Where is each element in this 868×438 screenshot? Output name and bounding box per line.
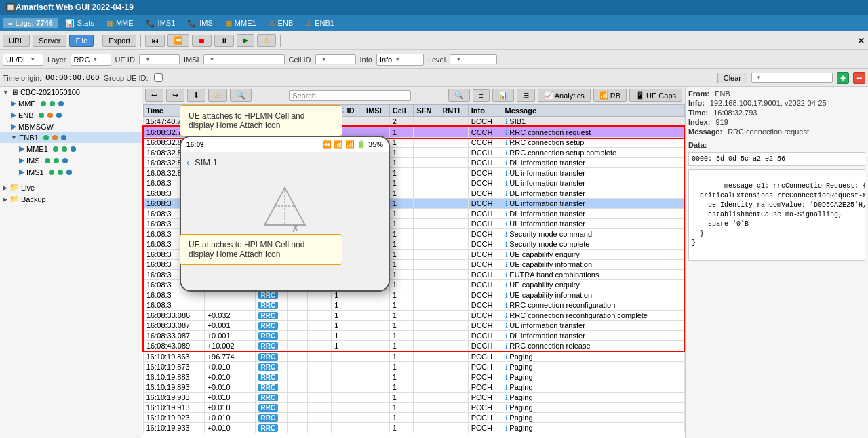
- tree-root[interactable]: ▼ 🖥 CBC-2021050100: [0, 87, 142, 98]
- info-dropdown[interactable]: Info: [376, 54, 424, 66]
- pause-button[interactable]: ⏸: [214, 35, 234, 47]
- td-info: DCCH: [468, 219, 502, 229]
- tree-live[interactable]: ▶ 📁 Live: [0, 182, 142, 193]
- info-circle-icon: ℹ: [505, 231, 510, 238]
- table-row[interactable]: 16:08:33.086+0.032RRC11DCCHℹ RRC connect…: [143, 311, 684, 321]
- tab-logs[interactable]: ≡ Logs: 7746: [3, 18, 58, 28]
- search-input[interactable]: [289, 90, 411, 101]
- remove-filter-button[interactable]: −: [853, 72, 865, 84]
- table-row[interactable]: 16:08:33.087+0.001RRC11DCCHℹ UL informat…: [143, 321, 684, 331]
- rb-button[interactable]: 📶 RB: [593, 89, 627, 102]
- nav-back-button[interactable]: ↩: [145, 89, 163, 102]
- td-message: ℹ DL information transfer: [502, 158, 684, 168]
- td-ran: RRC: [255, 341, 287, 352]
- info-circle-icon: ℹ: [505, 139, 510, 146]
- analytics-button[interactable]: 📈 Analytics: [538, 89, 591, 102]
- td-ueid: 1: [332, 331, 363, 341]
- td-sfn: [414, 260, 439, 270]
- file-button[interactable]: File: [69, 35, 94, 47]
- nav-fwd-button[interactable]: ↪: [166, 89, 184, 102]
- td-info: DCCH: [468, 168, 502, 178]
- tree-mme[interactable]: ▶ MME: [0, 98, 142, 109]
- ue-id-dropdown[interactable]: [139, 54, 180, 64]
- td-sfn: [414, 300, 439, 311]
- grid-btn[interactable]: ⊞: [517, 89, 535, 102]
- td-rnti: [439, 239, 468, 250]
- tree-backup[interactable]: ▶ 📁 Backup: [0, 193, 142, 205]
- warn-btn[interactable]: ⚠: [257, 34, 276, 47]
- td-time: 16:10:19.873: [143, 362, 204, 372]
- td-message: ℹ Paging: [502, 413, 684, 423]
- tab-mme1[interactable]: ▦ MME1: [220, 18, 262, 29]
- table-row[interactable]: 16:10:19.903+0.010RRC1PCCHℹ Paging: [143, 393, 684, 403]
- close-icon-x[interactable]: ✕: [857, 35, 865, 46]
- nav-down-button[interactable]: ⬇: [187, 89, 205, 102]
- ue-caps-button[interactable]: 📱 UE Caps: [629, 89, 682, 102]
- cell-id-dropdown[interactable]: [315, 54, 356, 64]
- table-row[interactable]: 16:08:33.087+0.001RRC11DCCHℹ DL informat…: [143, 331, 684, 341]
- table-row[interactable]: 16:10:19.913+0.010RRC1PCCHℹ Paging: [143, 403, 684, 413]
- table-row[interactable]: 16:10:19.873+0.010RRC1PCCHℹ Paging: [143, 362, 684, 372]
- table-row[interactable]: 16:10:19.923+0.010RRC1PCCHℹ Paging: [143, 413, 684, 423]
- play-button[interactable]: ▶: [237, 34, 254, 47]
- td-info: DCCH: [468, 188, 502, 199]
- level-dropdown[interactable]: [450, 54, 497, 64]
- tab-enb1[interactable]: ⚠ ENB1: [300, 18, 340, 29]
- tab-ims1[interactable]: 📞 IMS1: [140, 18, 181, 29]
- tab-ims[interactable]: 📞 IMS: [182, 18, 218, 29]
- table-row[interactable]: 16:10:19.883+0.010RRC1PCCHℹ Paging: [143, 372, 684, 382]
- tree-enb1[interactable]: ▼ ENB1: [0, 132, 142, 143]
- url-button[interactable]: URL: [3, 35, 30, 47]
- enb1-status-1: [43, 135, 49, 140]
- table-row[interactable]: 16:10:19.863+96.774RRC1PCCHℹ Paging: [143, 351, 684, 362]
- filter-button[interactable]: 🔍: [230, 89, 252, 102]
- ue-caps-icon: 📱: [635, 91, 645, 100]
- td-cell: 1: [389, 362, 414, 372]
- add-filter-button[interactable]: +: [837, 72, 849, 84]
- search-icon-btn[interactable]: 🔍: [448, 89, 470, 102]
- stop-button[interactable]: ⏹: [192, 35, 212, 47]
- layer-dropdown[interactable]: RRC: [71, 54, 111, 66]
- enb1-node-label: ENB1: [19, 134, 39, 142]
- warn-filter-button[interactable]: ⚠: [208, 89, 227, 102]
- tree-mbmsgw[interactable]: ▶ MBMSGW: [0, 121, 142, 132]
- tree-ims[interactable]: ▶ IMS: [0, 155, 142, 166]
- tab-mme[interactable]: ▦ MME: [101, 18, 139, 29]
- group-ue-id-checkbox[interactable]: [154, 73, 163, 82]
- td-rnti: [439, 280, 468, 290]
- info-circle-icon: ℹ: [505, 210, 510, 218]
- tab-stats[interactable]: 📊 Stats: [60, 18, 100, 29]
- td-sfn: [414, 393, 439, 403]
- td-ims: [308, 351, 332, 362]
- td-sfn: [414, 219, 439, 229]
- chart-btn[interactable]: 📊: [492, 89, 514, 102]
- list-btn[interactable]: ≡: [473, 89, 489, 102]
- info-circle-icon: ℹ: [505, 394, 510, 401]
- back-arrow[interactable]: ‹: [186, 158, 189, 167]
- td-time: 16:10:19.913: [143, 403, 204, 413]
- table-row[interactable]: 16:08:3RRC11DCCHℹ RRC connection reconfi…: [143, 300, 684, 311]
- td-sfn: [414, 138, 439, 148]
- td-rnti: [439, 138, 468, 148]
- data-section: Data: 0000: 5d 0d 5c a2 e2 56 message c1…: [688, 141, 865, 261]
- ul-dl-dropdown[interactable]: UL/DL: [3, 54, 43, 66]
- table-row[interactable]: 16:08:43.089+10.002RRC11DCCHℹ RRC connec…: [143, 341, 684, 352]
- tab-enb[interactable]: ⚠ ENB: [263, 18, 299, 29]
- table-row[interactable]: 16:10:19.933+0.010RRC1PCCHℹ Paging: [143, 423, 684, 433]
- nav-prev-button[interactable]: ⏪: [167, 34, 189, 47]
- tree-enb[interactable]: ▶ ENB: [0, 109, 142, 121]
- server-button[interactable]: Server: [33, 35, 66, 47]
- tree-ims1[interactable]: ▶ IMS1: [0, 166, 142, 178]
- table-row[interactable]: 16:10:19.893+0.010RRC1PCCHℹ Paging: [143, 382, 684, 393]
- info-row-value: 192.168.100.17:9001, v2022-04-25: [707, 99, 827, 107]
- td-ran: RRC: [255, 423, 287, 433]
- tree-mme1[interactable]: ▶ MME1: [0, 143, 142, 155]
- td-diff: +0.010: [204, 362, 255, 372]
- export-button[interactable]: Export: [102, 35, 136, 47]
- imsi-dropdown[interactable]: [203, 54, 285, 64]
- nav-start-button[interactable]: ⏮: [145, 35, 165, 47]
- clear-button[interactable]: Clear: [717, 73, 747, 83]
- td-sfn: [414, 403, 439, 413]
- clear-dropdown[interactable]: [751, 73, 833, 83]
- enb1-warn-icon: ⚠: [305, 19, 312, 28]
